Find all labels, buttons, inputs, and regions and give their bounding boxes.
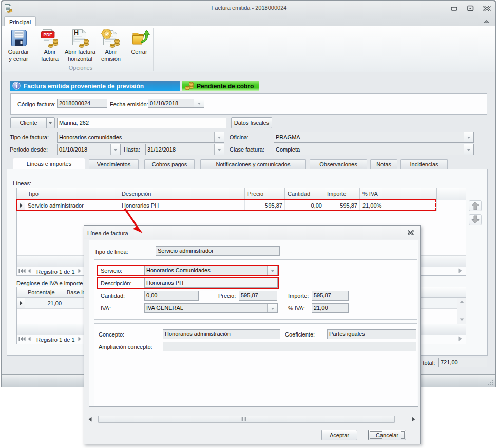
svg-text:H: H	[74, 29, 79, 36]
svg-text:PDF: PDF	[44, 32, 52, 38]
